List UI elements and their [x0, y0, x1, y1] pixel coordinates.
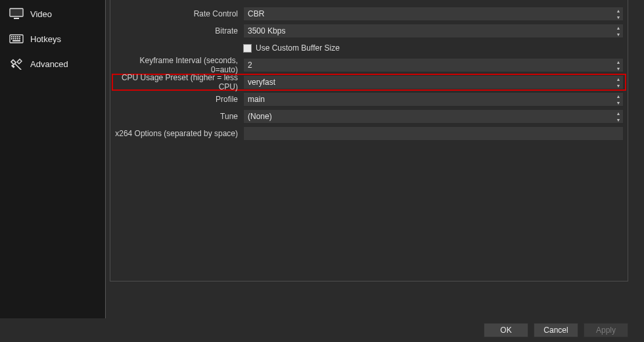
- dialog-footer: OK Cancel Apply: [0, 318, 644, 342]
- svg-rect-8: [19, 36, 20, 37]
- svg-rect-10: [13, 38, 14, 39]
- sidebar-item-hotkeys[interactable]: Hotkeys: [0, 26, 104, 51]
- row-custom-buffer: Use Custom Buffer Size: [114, 39, 624, 57]
- rate-control-value: CBR: [244, 9, 264, 18]
- custom-buffer-checkbox[interactable]: [243, 44, 252, 53]
- sidebar-item-label: Video: [30, 9, 52, 19]
- chevron-up-icon[interactable]: ▲: [614, 76, 623, 82]
- keyboard-icon: [9, 33, 24, 45]
- row-tune: Tune (None) ▲ ▼: [114, 108, 624, 125]
- tune-value: (None): [244, 112, 272, 121]
- cpu-preset-value: veryfast: [244, 78, 275, 87]
- label-rate-control: Rate Control: [114, 9, 243, 18]
- svg-rect-15: [11, 64, 15, 68]
- bitrate-input[interactable]: 3500 Kbps ▲ ▼: [243, 24, 624, 38]
- chevron-down-icon[interactable]: ▼: [614, 31, 623, 37]
- bitrate-value: 3500 Kbps: [244, 26, 285, 36]
- custom-buffer-label: Use Custom Buffer Size: [256, 43, 340, 53]
- tune-select[interactable]: (None) ▲ ▼: [243, 109, 624, 124]
- monitor-icon: [9, 8, 24, 20]
- svg-rect-14: [12, 40, 20, 41]
- chevron-down-icon[interactable]: ▼: [614, 116, 623, 123]
- chevron-up-icon[interactable]: ▲: [614, 110, 623, 116]
- settings-content: Rate Control CBR ▲ ▼ Bi: [105, 0, 644, 318]
- svg-rect-5: [13, 36, 14, 37]
- keyframe-interval-value: 2: [244, 61, 252, 70]
- ok-button[interactable]: OK: [484, 323, 528, 337]
- keyframe-interval-input[interactable]: 2 ▲ ▼: [243, 58, 624, 72]
- chevron-down-icon[interactable]: ▼: [614, 14, 623, 20]
- chevron-up-icon[interactable]: ▲: [614, 93, 623, 99]
- svg-rect-1: [11, 9, 22, 16]
- svg-rect-6: [15, 36, 16, 37]
- cancel-button[interactable]: Cancel: [534, 323, 578, 337]
- row-profile: Profile main ▲ ▼: [114, 91, 624, 108]
- sidebar-item-video[interactable]: Video: [0, 1, 104, 26]
- sidebar-item-label: Advanced: [30, 59, 68, 69]
- row-keyframe-interval: Keyframe Interval (seconds, 0=auto) 2 ▲ …: [114, 57, 624, 74]
- svg-rect-12: [17, 38, 18, 39]
- settings-sidebar: Video Hotkeys: [0, 0, 105, 318]
- label-bitrate: Bitrate: [114, 26, 243, 36]
- x264-options-input[interactable]: [243, 126, 624, 141]
- chevron-down-icon[interactable]: ▼: [614, 82, 623, 89]
- label-keyframe-interval: Keyframe Interval (seconds, 0=auto): [114, 56, 243, 74]
- svg-rect-9: [11, 38, 12, 39]
- row-cpu-preset: CPU Usage Preset (higher = less CPU) ver…: [112, 74, 626, 91]
- output-settings-panel: Rate Control CBR ▲ ▼ Bi: [110, 0, 628, 281]
- cpu-preset-select[interactable]: veryfast ▲ ▼: [243, 75, 624, 89]
- svg-rect-2: [14, 18, 19, 19]
- sidebar-item-label: Hotkeys: [30, 34, 61, 44]
- chevron-up-icon[interactable]: ▲: [614, 24, 623, 31]
- svg-rect-7: [17, 36, 18, 37]
- label-x264-options: x264 Options (separated by space): [114, 129, 243, 138]
- label-profile: Profile: [114, 95, 243, 104]
- row-rate-control: Rate Control CBR ▲ ▼: [114, 5, 624, 22]
- chevron-up-icon[interactable]: ▲: [614, 7, 623, 14]
- row-x264-options: x264 Options (separated by space): [114, 125, 624, 142]
- svg-rect-4: [11, 36, 12, 37]
- rate-control-select[interactable]: CBR ▲ ▼: [243, 7, 624, 21]
- sidebar-item-advanced[interactable]: Advanced: [0, 51, 104, 76]
- chevron-up-icon[interactable]: ▲: [614, 59, 623, 65]
- apply-button: Apply: [584, 323, 628, 337]
- chevron-down-icon[interactable]: ▼: [614, 65, 623, 72]
- profile-select[interactable]: main ▲ ▼: [243, 92, 624, 107]
- wrench-icon: [9, 58, 24, 70]
- label-tune: Tune: [114, 112, 243, 121]
- row-bitrate: Bitrate 3500 Kbps ▲ ▼: [114, 22, 624, 39]
- svg-rect-11: [15, 38, 16, 39]
- chevron-down-icon[interactable]: ▼: [614, 99, 623, 106]
- profile-value: main: [244, 95, 265, 104]
- svg-rect-13: [19, 38, 20, 39]
- label-cpu-preset: CPU Usage Preset (higher = less CPU): [114, 73, 243, 91]
